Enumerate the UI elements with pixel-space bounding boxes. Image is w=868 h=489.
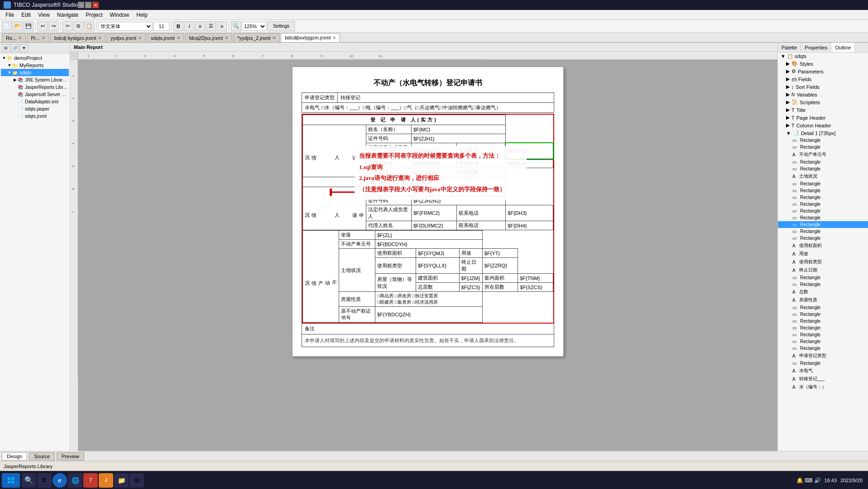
outline-rect11[interactable]: ▭ Rectangle [778, 228, 868, 235]
outline-rect8[interactable]: ▭ Rectangle [778, 201, 868, 208]
preview-tab[interactable]: Preview [57, 452, 84, 460]
canvas-scroll[interactable]: 不动产（水电气转移）登记申请书 申请登记类型 转移登记 水电气 □水（编号：__… [78, 60, 777, 451]
outline-rect6[interactable]: ▭ Rectangle [778, 187, 868, 194]
outline-total[interactable]: A 总数 [778, 288, 868, 296]
outline-water[interactable]: A 水（编号：） [778, 383, 868, 391]
outline-rect15[interactable]: ▭ Rectangle [778, 304, 868, 311]
align-left-btn[interactable]: ≡ [195, 21, 205, 31]
tree-demo-project[interactable]: ▼ 📁 demoProject [1, 54, 69, 62]
properties-tab[interactable]: Properties [801, 43, 831, 52]
palette-tab[interactable]: Palette [778, 43, 801, 52]
settings-btn[interactable]: Settings [268, 21, 295, 31]
tree-sdqts-jrxml[interactable]: 📄 sdqts.jrxml [1, 112, 69, 120]
outline-params[interactable]: ▶ ⚙ Parameters [778, 68, 868, 75]
bold-btn[interactable]: B [173, 21, 183, 31]
outline-styles[interactable]: ▶ 🎨 Styles [778, 60, 868, 68]
collapse-all-btn[interactable]: ⊟ [2, 44, 10, 52]
outline-rect14[interactable]: ▭ Rectangle [778, 281, 868, 288]
start-button[interactable] [2, 473, 20, 488]
font-family-select[interactable]: 华文宋体 [98, 22, 153, 31]
design-tab[interactable]: Design [2, 452, 27, 460]
cut-btn[interactable]: ✂ [62, 21, 72, 31]
outline-use-area[interactable]: A 使用权面积 [778, 242, 868, 250]
outline-rect4[interactable]: ▭ Rectangle [778, 165, 868, 172]
outline-land[interactable]: A 土地状况 [778, 172, 868, 180]
outline-tab[interactable]: Outline [831, 43, 855, 52]
outline-use-type[interactable]: A 用途 [778, 250, 868, 258]
undo-btn[interactable]: ↩ [38, 21, 48, 31]
menu-edit[interactable]: Edit [18, 11, 34, 19]
outline-title[interactable]: ▶ T Title [778, 106, 868, 114]
taskbar-app-edge[interactable]: e [53, 473, 67, 488]
outline-bdcdyh[interactable]: A 不动产单元号 [778, 150, 868, 159]
close-button[interactable]: ✕ [92, 2, 99, 8]
menu-project[interactable]: Project [82, 11, 106, 19]
font-size-input[interactable] [153, 22, 169, 31]
outline-rect-selected[interactable]: ▭ Rectangle [778, 221, 868, 228]
taskbar-app-ie[interactable]: 🌐 [68, 473, 82, 488]
outline-rect2[interactable]: ▭ Rectangle [778, 144, 868, 150]
outline-app-type[interactable]: A 申请登记类型 [778, 352, 868, 360]
menu-help[interactable]: Help [133, 11, 151, 19]
new-btn[interactable]: 📄 [2, 21, 12, 31]
taskbar-app-file[interactable]: 📁 [114, 473, 129, 488]
outline-rect16[interactable]: ▭ Rectangle [778, 311, 868, 318]
tab-projects[interactable]: Pr... ✕ [27, 33, 49, 42]
menu-file[interactable]: File [2, 11, 18, 19]
taskbar-app-text[interactable]: T [83, 473, 98, 488]
tree-sdqts[interactable]: ▼ 📁 sdqts [1, 69, 69, 76]
outline-rect22[interactable]: ▭ Rectangle [778, 360, 868, 367]
tab-sdqts[interactable]: sdqts.jrxml ✕ [147, 33, 184, 42]
outline-rect5[interactable]: ▭ Rectangle [778, 180, 868, 187]
outline-utility[interactable]: A 水电气 [778, 367, 868, 375]
taskbar-app-taskview[interactable]: ⧉ [37, 473, 52, 488]
tab-close-reports[interactable]: ✕ [18, 35, 22, 40]
outline-rect17[interactable]: ▭ Rectangle [778, 318, 868, 324]
minimize-button[interactable]: ─ [78, 2, 84, 8]
outline-colheader[interactable]: ▶ T Column Header [778, 121, 868, 129]
outline-fields[interactable]: ▶ 🗃 Fields [778, 75, 868, 83]
save-btn[interactable]: 💾 [24, 21, 34, 31]
outline-rect12[interactable]: ▭ Rectangle [778, 235, 868, 242]
tree-jasper-lib[interactable]: 📚 JasperReports Library... [1, 83, 69, 91]
copy-btn[interactable]: ⧉ [73, 21, 83, 31]
tab-close-active[interactable]: ✕ [332, 35, 336, 40]
tree-sdqts-jasper[interactable]: 📄 sdqts.jasper [1, 105, 69, 112]
tab-close-projects[interactable]: ✕ [42, 35, 45, 40]
outline-rect3[interactable]: ▭ Rectangle [778, 159, 868, 165]
tree-data-adapter[interactable]: 📄 DataAdapter.xml [1, 98, 69, 105]
taskbar-app-search[interactable]: 🔍 [22, 473, 36, 488]
zoom-in-btn[interactable]: 🔍 [231, 21, 241, 31]
outline-rect20[interactable]: ▭ Rectangle [778, 338, 868, 345]
menu-navigate[interactable]: Navigate [53, 11, 82, 19]
outline-house-nature[interactable]: A 房屋性质 [778, 296, 868, 304]
tab-yydj2[interactable]: *yydjxx_2.jrxml ✕ [233, 33, 280, 42]
outline-sortfields[interactable]: ▶ ↕ Sort Fields [778, 83, 868, 91]
outline-scriptlets[interactable]: ▶ 📜 Scriptlets [778, 98, 868, 106]
outline-end-date[interactable]: A 终止日期 [778, 266, 868, 274]
outline-rect9[interactable]: ▭ Rectangle [778, 208, 868, 214]
tab-bdcdj[interactable]: bdcdj byslgzs.jrxml ✕ [50, 33, 106, 42]
outline-rect10[interactable]: ▭ Rectangle [778, 214, 868, 221]
filter-btn[interactable]: ▼ [20, 44, 28, 52]
outline-transfer[interactable]: A 转移登记___ [778, 375, 868, 383]
tree-jasper-server[interactable]: 📚 Jaspersoft Server Libra... [1, 91, 69, 98]
outline-rect13[interactable]: ▭ Rectangle [778, 274, 868, 281]
tab-yydj[interactable]: yydjxx.jrxml ✕ [106, 33, 146, 42]
align-center-btn[interactable]: ☰ [206, 21, 216, 31]
menu-window[interactable]: Window [106, 11, 133, 19]
align-right-btn[interactable]: ≡ [217, 21, 227, 31]
paste-btn[interactable]: 📋 [84, 21, 94, 31]
tab-reports[interactable]: Re... ✕ [2, 33, 26, 42]
zoom-select[interactable]: 125% [242, 22, 267, 31]
outline-rect21[interactable]: ▭ Rectangle [778, 345, 868, 352]
maximize-button[interactable]: □ [85, 2, 91, 8]
outline-rect19[interactable]: ▭ Rectangle [778, 331, 868, 338]
tab-close-fdcq2d[interactable]: ✕ [225, 35, 228, 40]
taskbar-app-dev[interactable]: ⚙ [129, 473, 144, 488]
outline-detail1[interactable]: ▼ 📑 Detail 1 [735px] [778, 129, 868, 137]
redo-btn[interactable]: ↪ [48, 21, 58, 31]
outline-sdqts[interactable]: ▼ 📋 sdqts [778, 53, 868, 60]
tab-fdcq2d[interactable]: fdcq2Djxx.jrxml ✕ [185, 33, 233, 42]
source-tab[interactable]: Source [29, 452, 55, 460]
